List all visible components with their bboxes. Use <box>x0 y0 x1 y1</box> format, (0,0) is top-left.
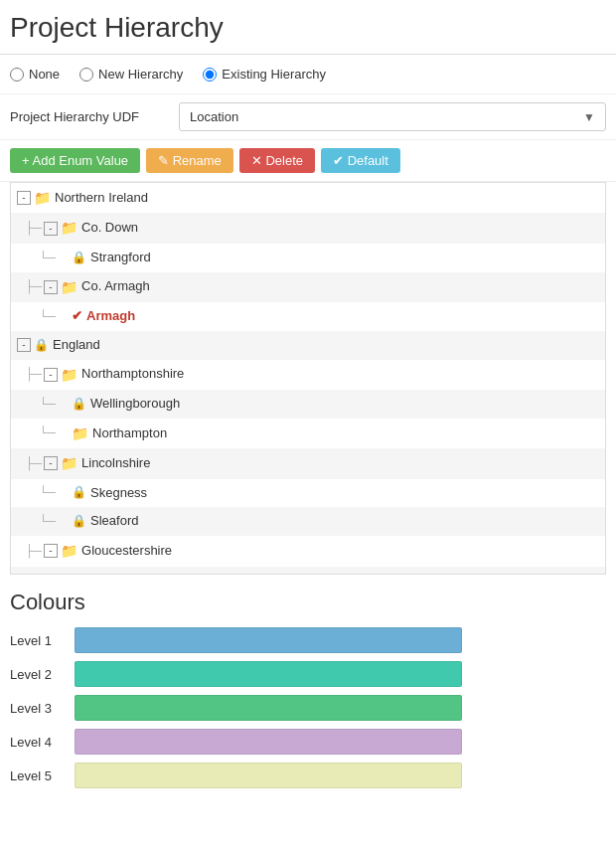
lock-icon: 🔒 <box>72 249 86 267</box>
tree-item-label: Gloucestershire <box>81 541 172 562</box>
tree-item-label: Northampton <box>92 424 167 444</box>
tree-row[interactable]: └─🔒Strangford <box>11 244 605 272</box>
tree-row[interactable]: ├─-📁Lincolnshire <box>11 448 605 478</box>
delete-button[interactable]: ✕ Delete <box>239 148 315 173</box>
toolbar: + Add Enum Value ✎ Rename ✕ Delete ✔ Def… <box>0 140 616 182</box>
colours-title: Colours <box>10 590 606 615</box>
radio-none-input[interactable] <box>10 68 24 82</box>
tree-row[interactable]: ├─-📁Northamptonshire <box>11 360 605 390</box>
folder-icon: 📁 <box>61 217 77 239</box>
tree-row[interactable]: ├─-📁Gloucestershire <box>11 536 605 566</box>
folder-icon: 📁 <box>34 187 51 209</box>
folder-icon: 📁 <box>61 276 77 298</box>
tree-row[interactable]: -🔒England <box>11 331 605 360</box>
colour-bar[interactable] <box>75 627 462 653</box>
folder-icon: 📁 <box>61 364 77 386</box>
radio-none[interactable]: None <box>10 67 60 82</box>
tree-line: └─ <box>39 512 56 531</box>
radio-existing-hierarchy-label: Existing Hierarchy <box>222 67 326 82</box>
tree-line: ├─ <box>25 219 42 238</box>
colour-row: Level 1 <box>10 627 606 653</box>
colour-bar[interactable] <box>75 729 462 755</box>
colour-level-label: Level 1 <box>10 633 65 648</box>
colours-section: Colours Level 1 Level 2 Level 3 Level 4 … <box>0 575 616 806</box>
tree-item-label: Wellingborough <box>90 394 180 415</box>
lock-icon: 🔒 <box>34 336 49 355</box>
tree-line: └─ <box>39 395 56 414</box>
default-button[interactable]: ✔ Default <box>321 148 400 173</box>
tree-row[interactable]: └─📁Northampton <box>11 419 605 448</box>
udf-select-value: Location <box>190 109 238 124</box>
tree-toggle[interactable]: - <box>44 368 58 382</box>
radio-new-hierarchy[interactable]: New Hierarchy <box>79 67 183 82</box>
tree-item-label: Skegness <box>90 483 147 504</box>
tree-line: └─ <box>39 307 56 326</box>
tree-row[interactable]: ├─-📁Co. Down <box>11 213 605 243</box>
tree-line: └─ <box>39 249 56 267</box>
colour-row: Level 3 <box>10 695 606 721</box>
tree-row[interactable]: └─🔒Wellingborough <box>11 390 605 419</box>
radio-existing-hierarchy-input[interactable] <box>203 68 217 82</box>
tree-item-label: Armagh <box>86 306 135 327</box>
colour-bar[interactable] <box>75 661 462 687</box>
lock-icon: 🔒 <box>72 512 86 531</box>
tree-item-label: Northern Ireland <box>55 188 148 209</box>
colour-level-label: Level 4 <box>10 735 65 750</box>
colour-level-label: Level 3 <box>10 701 65 716</box>
colour-bar[interactable] <box>75 695 462 721</box>
tree-toggle[interactable]: - <box>17 338 31 352</box>
tree-item-label: England <box>53 335 100 356</box>
tree-item-label: Northamptonshire <box>81 364 184 385</box>
tree-row[interactable]: └─🔒Skegness <box>11 479 605 508</box>
chevron-down-icon: ▼ <box>583 110 595 124</box>
radio-new-hierarchy-input[interactable] <box>79 68 93 82</box>
add-enum-button[interactable]: + Add Enum Value <box>10 148 140 173</box>
tree-toggle[interactable]: - <box>44 544 58 558</box>
lock-icon: 🔒 <box>72 483 86 502</box>
folder-icon: 📁 <box>72 423 88 444</box>
colour-row: Level 5 <box>10 763 606 788</box>
tree-line: ├─ <box>25 454 42 473</box>
tree-row[interactable]: └─🔒Sleaford <box>11 507 605 536</box>
folder-icon: 📁 <box>61 452 77 474</box>
rename-button[interactable]: ✎ Rename <box>146 148 233 173</box>
radio-new-hierarchy-label: New Hierarchy <box>98 67 183 82</box>
udf-row: Project Hierarchy UDF Location ▼ <box>0 94 616 140</box>
radio-existing-hierarchy[interactable]: Existing Hierarchy <box>203 67 326 82</box>
tree-line: ├─ <box>25 542 42 561</box>
colours-container: Level 1 Level 2 Level 3 Level 4 Level 5 <box>10 627 606 788</box>
tree-row[interactable]: -📁Northern Ireland <box>11 183 605 213</box>
folder-icon: 📁 <box>61 540 77 562</box>
page-title: Project Hierarchy <box>0 0 616 55</box>
tree-line: └─ <box>39 424 56 442</box>
tree-item-label: Co. Armagh <box>81 276 150 297</box>
tree-row[interactable]: ├─-📁Co. Armagh <box>11 272 605 302</box>
tree-container: -📁Northern Ireland├─-📁Co. Down└─🔒Strangf… <box>10 182 606 575</box>
tree-row[interactable]: └─✔Armagh <box>11 302 605 331</box>
radio-none-label: None <box>29 67 60 82</box>
colour-level-label: Level 5 <box>10 768 65 783</box>
udf-select-dropdown[interactable]: Location ▼ <box>179 102 606 131</box>
colour-row: Level 2 <box>10 661 606 687</box>
tree-item-label: Co. Down <box>81 218 138 239</box>
colour-row: Level 4 <box>10 729 606 755</box>
tree-item-label: Strangford <box>90 248 151 268</box>
tree-line: ├─ <box>25 365 42 384</box>
tree-toggle[interactable]: - <box>17 191 31 205</box>
colour-level-label: Level 2 <box>10 667 65 682</box>
radio-group: None New Hierarchy Existing Hierarchy <box>0 55 616 94</box>
tree-row[interactable]: └─📁Cheltenham <box>11 567 605 575</box>
tree-toggle[interactable]: - <box>44 222 58 236</box>
tree-item-label: Sleaford <box>90 511 138 532</box>
tree-line: └─ <box>39 483 56 502</box>
tree-line: ├─ <box>25 277 42 296</box>
lock-icon: 🔒 <box>72 395 86 414</box>
tree-toggle[interactable]: - <box>44 280 58 294</box>
tree-toggle[interactable]: - <box>44 456 58 470</box>
checkmark-icon: ✔ <box>72 306 82 327</box>
udf-label: Project Hierarchy UDF <box>10 109 169 124</box>
colour-bar[interactable] <box>75 763 462 788</box>
tree-item-label: Lincolnshire <box>81 453 150 474</box>
